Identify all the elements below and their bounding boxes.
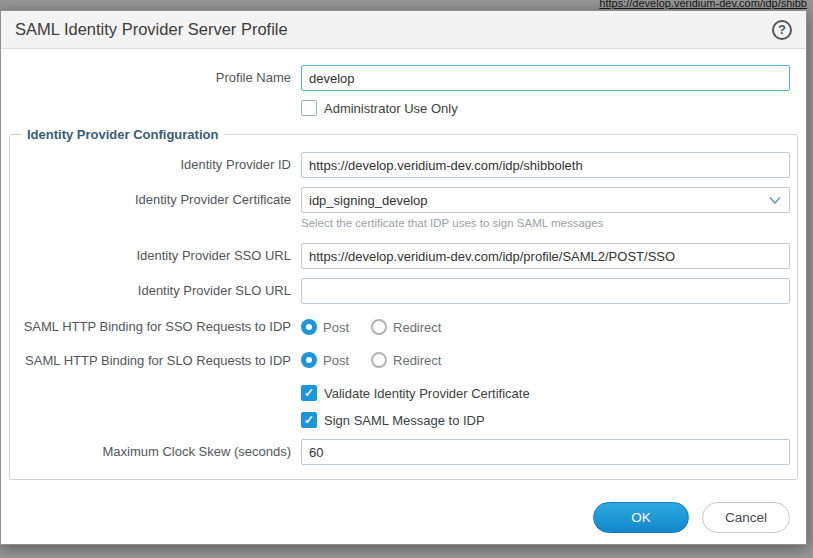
- ok-button[interactable]: OK: [593, 502, 689, 533]
- cancel-button[interactable]: Cancel: [702, 502, 790, 533]
- clock-skew-row: Maximum Clock Skew (seconds): [10, 439, 790, 465]
- sign-saml-message-checkbox[interactable]: [301, 412, 317, 428]
- sso-binding-row: SAML HTTP Binding for SSO Requests to ID…: [10, 318, 790, 336]
- dialog-header: SAML Identity Provider Server Profile ?: [1, 11, 806, 49]
- dialog-title: SAML Identity Provider Server Profile: [15, 20, 288, 39]
- sso-binding-redirect-label: Redirect: [393, 320, 441, 335]
- slo-binding-redirect-radio[interactable]: [371, 352, 387, 368]
- slo-url-row: Identity Provider SLO URL: [10, 278, 790, 304]
- validate-cert-row: Validate Identity Provider Certificate: [10, 385, 790, 401]
- sign-saml-message-label: Sign SAML Message to IDP: [324, 413, 485, 428]
- idp-certificate-label: Identity Provider Certificate: [10, 191, 301, 209]
- help-icon[interactable]: ?: [772, 20, 792, 40]
- slo-binding-redirect-label: Redirect: [393, 353, 441, 368]
- administrator-use-only-checkbox[interactable]: [301, 100, 317, 116]
- saml-idp-server-profile-dialog: SAML Identity Provider Server Profile ? …: [0, 10, 807, 545]
- sso-binding-redirect-radio[interactable]: [371, 319, 387, 335]
- slo-binding-label: SAML HTTP Binding for SLO Requests to ID…: [10, 352, 301, 370]
- identity-provider-configuration-section: Identity Provider Configuration Identity…: [9, 127, 798, 480]
- administrator-use-only-label: Administrator Use Only: [324, 101, 458, 116]
- slo-url-input[interactable]: [301, 278, 790, 304]
- dialog-footer: OK Cancel: [593, 502, 790, 533]
- background-page-url: https://develop.veridium-dev.com/idp/shi…: [599, 0, 807, 9]
- sso-binding-post-label: Post: [323, 320, 349, 335]
- idp-certificate-row: Identity Provider Certificate idp_signin…: [10, 187, 790, 213]
- chevron-down-icon: [768, 193, 782, 207]
- sso-binding-label: SAML HTTP Binding for SSO Requests to ID…: [10, 318, 301, 336]
- slo-url-label: Identity Provider SLO URL: [10, 282, 301, 300]
- validate-idp-certificate-label: Validate Identity Provider Certificate: [324, 386, 530, 401]
- slo-binding-row: SAML HTTP Binding for SLO Requests to ID…: [10, 352, 790, 370]
- sso-url-input[interactable]: [301, 243, 790, 269]
- idp-certificate-hint: Select the certificate that IDP uses to …: [301, 217, 603, 229]
- sso-url-row: Identity Provider SSO URL: [10, 243, 790, 269]
- slo-binding-post-label: Post: [323, 353, 349, 368]
- clock-skew-input[interactable]: [301, 439, 790, 465]
- validate-idp-certificate-checkbox[interactable]: [301, 385, 317, 401]
- sso-url-label: Identity Provider SSO URL: [10, 247, 301, 265]
- idp-certificate-select[interactable]: idp_signing_develop: [301, 187, 790, 213]
- profile-name-row: Profile Name: [1, 65, 790, 91]
- profile-name-input[interactable]: [301, 65, 790, 91]
- admin-use-only-row: Administrator Use Only: [1, 100, 790, 116]
- sso-binding-post-radio[interactable]: [301, 319, 317, 335]
- idp-certificate-hint-row: Select the certificate that IDP uses to …: [10, 217, 790, 229]
- idp-certificate-select-value: idp_signing_develop: [309, 193, 768, 208]
- profile-name-label: Profile Name: [1, 69, 301, 87]
- slo-binding-post-radio[interactable]: [301, 352, 317, 368]
- dialog-body: Profile Name Administrator Use Only Iden…: [1, 49, 806, 480]
- idp-id-input[interactable]: [301, 152, 790, 178]
- idp-id-label: Identity Provider ID: [10, 156, 301, 174]
- idp-id-row: Identity Provider ID: [10, 152, 790, 178]
- clock-skew-label: Maximum Clock Skew (seconds): [10, 443, 301, 461]
- sign-saml-row: Sign SAML Message to IDP: [10, 412, 790, 428]
- section-title: Identity Provider Configuration: [21, 127, 224, 142]
